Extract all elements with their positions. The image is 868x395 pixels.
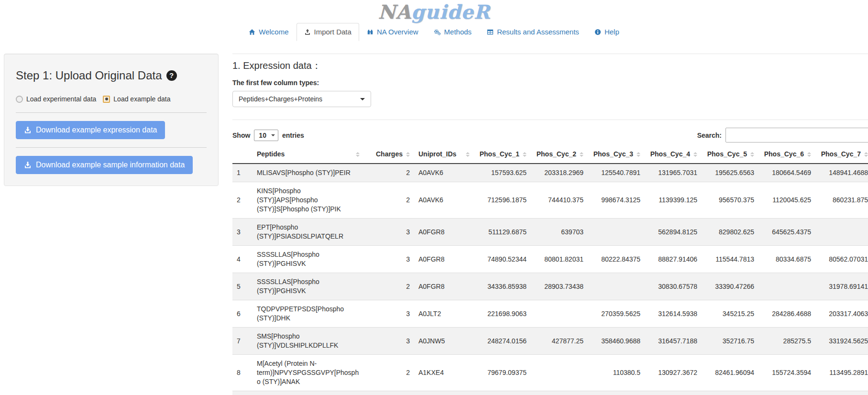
column-header-phos-cyc-2[interactable]: Phos_Cyc_2 — [531, 145, 588, 164]
sort-icon[interactable] — [406, 152, 410, 157]
charge-cell: 2 — [364, 182, 414, 219]
value-cell: 79679.09375 — [474, 355, 531, 391]
value-cell — [531, 300, 588, 328]
row-number: 8 — [232, 355, 253, 391]
column-header-peptides[interactable]: Peptides — [253, 145, 364, 164]
row-number: 1 — [232, 164, 253, 182]
value-cell: 744410.375 — [531, 182, 588, 219]
question-circle-icon[interactable]: ? — [166, 70, 177, 81]
column-types-select[interactable]: Peptides+Charges+Proteins — [232, 91, 371, 107]
tab-import-data[interactable]: Import Data — [297, 23, 359, 41]
tab-label: Results and Assessments — [497, 28, 579, 36]
uniprot-cell: A1KXE4 — [414, 355, 474, 391]
value-cell: 352716.75 — [702, 328, 758, 355]
value-cell: 829802.625 — [702, 219, 758, 246]
value-cell: 203318.2969 — [531, 164, 588, 182]
tab-help[interactable]: Help — [587, 23, 627, 41]
table-row: 1MLISAVS[Phospho (STY)]PEIR2A0AVK6157593… — [232, 164, 868, 182]
page-size-select[interactable]: 10 — [254, 130, 278, 141]
charge-cell: 3 — [364, 219, 414, 246]
tab-label: Methods — [444, 28, 472, 36]
column-header-charges[interactable]: Charges — [364, 145, 414, 164]
app-logo: NAguideR — [0, 1, 868, 23]
peptide-cell: SSSSLLAS[Phospho (STY)]PGHISVK — [253, 246, 364, 273]
column-header-uniprot-ids[interactable]: Uniprot_IDs — [414, 145, 474, 164]
value-cell: 30830.67578 — [645, 273, 702, 300]
uniprot-cell: A0FGR8 — [414, 219, 474, 246]
peptide-cell: TQDPVPPETPSDS[Phospho (STY)]DHK — [253, 300, 364, 328]
value-cell: 130927.3672 — [645, 355, 702, 391]
search-control: Search: — [697, 128, 868, 143]
radio-unselected-icon[interactable] — [16, 96, 23, 103]
column-header-label: Phos_Cyc_2 — [537, 150, 576, 159]
column-header-phos-cyc-5[interactable]: Phos_Cyc_5 — [702, 145, 758, 164]
row-number: 3 — [232, 219, 253, 246]
value-cell: 115544.7813 — [702, 246, 758, 273]
entries-label: entries — [282, 132, 304, 139]
value-cell: 712596.1875 — [474, 182, 531, 219]
show-entries-control: Show 10 entries — [232, 130, 304, 141]
sort-icon[interactable] — [466, 152, 470, 157]
value-cell: 31978.69141 — [815, 273, 868, 300]
value-cell: 80801.82031 — [531, 246, 588, 273]
sort-icon[interactable] — [807, 152, 811, 157]
binoculars-icon — [367, 29, 374, 35]
tab-label: NA Overview — [377, 28, 418, 36]
value-cell: 645625.4375 — [758, 219, 815, 246]
sort-icon[interactable] — [637, 152, 640, 157]
download-sample-info-button[interactable]: Download example sample information data — [16, 156, 193, 174]
uniprot-cell: A0FGR8 — [414, 273, 474, 300]
column-header-phos-cyc-3[interactable]: Phos_Cyc_3 — [588, 145, 645, 164]
column-header-phos-cyc-6[interactable]: Phos_Cyc_6 — [758, 145, 815, 164]
value-cell: 956570.375 — [702, 182, 758, 219]
uniprot-cell: A0AVK6 — [414, 182, 474, 219]
tab-welcome[interactable]: Welcome — [241, 23, 296, 41]
table-row: 5SSSSLLAS[Phospho (STY)]PGHISVK2A0FGR834… — [232, 273, 868, 300]
app-logo-na: NA — [378, 0, 411, 23]
column-header-phos-cyc-4[interactable]: Phos_Cyc_4 — [645, 145, 702, 164]
column-header-phos-cyc-1[interactable]: Phos_Cyc_1 — [474, 145, 531, 164]
value-cell: 221698.9063 — [474, 300, 531, 328]
column-types-value: Peptides+Charges+Proteins — [239, 95, 322, 103]
value-cell: 248274.0156 — [474, 328, 531, 355]
value-cell: 358460.9688 — [588, 328, 645, 355]
value-cell: 155724.3594 — [758, 355, 815, 391]
table-header-row: PeptidesChargesUniprot_IDsPhos_Cyc_1Phos… — [232, 145, 868, 164]
value-cell: 331924.5625 — [815, 328, 868, 355]
value-cell: 270359.5625 — [588, 300, 645, 328]
peptide-cell: SSSSLLAS[Phospho (STY)]PGHISVK — [253, 273, 364, 300]
tab-na-overview[interactable]: NA Overview — [359, 23, 426, 41]
value-cell: 316457.7188 — [645, 328, 702, 355]
value-cell: 312614.5938 — [645, 300, 702, 328]
search-input[interactable] — [725, 128, 868, 143]
sort-icon[interactable] — [693, 152, 697, 157]
tab-results-and-assessments[interactable]: Results and Assessments — [479, 23, 587, 41]
download-expression-button[interactable]: Download example expression data — [16, 121, 165, 139]
radio-selected-icon[interactable] — [103, 96, 110, 103]
value-cell: 427877.25 — [531, 328, 588, 355]
column-header-phos-cyc-7[interactable]: Phos_Cyc_7 — [815, 145, 868, 164]
value-cell: 562894.8125 — [645, 219, 702, 246]
sort-icon[interactable] — [864, 152, 868, 157]
value-cell: 113495.2891 — [815, 355, 868, 391]
value-cell: 860231.875 — [815, 182, 868, 219]
main-nav: WelcomeImport DataNA OverviewMethodsResu… — [0, 23, 868, 41]
table-row: 3EPT[Phospho (STY)]PSIASDISLPIATQELR3A0F… — [232, 219, 868, 246]
row-number-header — [232, 145, 253, 164]
tab-methods[interactable]: Methods — [426, 23, 480, 41]
radio-load-experimental-data[interactable]: Load experimental data — [16, 95, 96, 103]
value-cell: 284286.4688 — [758, 300, 815, 328]
sort-icon[interactable] — [750, 152, 754, 157]
value-cell: 1120045.625 — [758, 182, 815, 219]
tab-label: Welcome — [259, 28, 288, 36]
sort-icon[interactable] — [523, 152, 527, 157]
page-header: NAguideR WelcomeImport DataNA OverviewMe… — [0, 0, 868, 41]
table-row: 6TQDPVPPETPSDS[Phospho (STY)]DHK3A0JLT22… — [232, 300, 868, 328]
value-cell — [815, 219, 868, 246]
column-header-label: Phos_Cyc_6 — [764, 150, 804, 159]
value-cell — [588, 219, 645, 246]
sort-icon[interactable] — [356, 152, 360, 157]
radio-load-example-data[interactable]: Load example data — [103, 95, 170, 103]
value-cell: 28903.73438 — [531, 273, 588, 300]
sort-icon[interactable] — [580, 152, 583, 157]
